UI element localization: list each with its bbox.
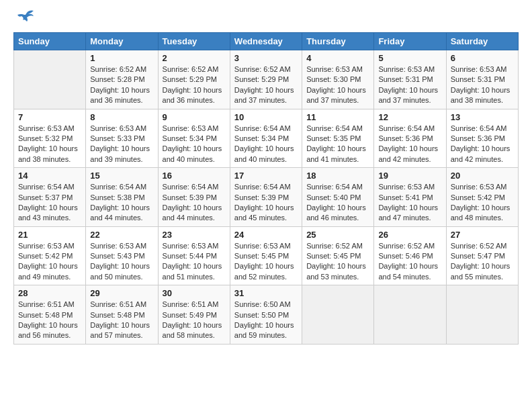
sunrise-label: Sunrise: 6:54 AM <box>451 124 507 132</box>
daylight-label: Daylight: 10 hours and 40 minutes. <box>163 144 222 163</box>
calendar-cell <box>446 285 518 345</box>
calendar-cell: 20 Sunrise: 6:53 AM Sunset: 5:42 PM Dayl… <box>446 168 518 227</box>
day-number: 10 <box>234 112 298 122</box>
daylight-label: Daylight: 10 hours and 56 minutes. <box>18 321 78 339</box>
sunrise-label: Sunrise: 6:54 AM <box>163 183 219 191</box>
daylight-label: Daylight: 10 hours and 46 minutes. <box>306 203 366 222</box>
cell-info: Sunrise: 6:52 AM Sunset: 5:45 PM Dayligh… <box>306 241 369 283</box>
sunset-label: Sunset: 5:31 PM <box>451 75 505 83</box>
day-number: 12 <box>378 112 441 122</box>
day-number: 30 <box>163 288 226 298</box>
daylight-label: Daylight: 10 hours and 57 minutes. <box>90 321 150 339</box>
calendar-cell: 4 Sunrise: 6:53 AM Sunset: 5:30 PM Dayli… <box>302 50 374 109</box>
sunrise-label: Sunrise: 6:53 AM <box>451 65 507 73</box>
sunrise-label: Sunrise: 6:52 AM <box>90 65 146 73</box>
sunrise-label: Sunrise: 6:50 AM <box>234 300 291 308</box>
sunrise-label: Sunrise: 6:53 AM <box>451 183 507 191</box>
calendar-cell: 25 Sunrise: 6:52 AM Sunset: 5:45 PM Dayl… <box>302 226 374 285</box>
cell-info: Sunrise: 6:53 AM Sunset: 5:31 PM Dayligh… <box>378 64 441 106</box>
cell-info: Sunrise: 6:53 AM Sunset: 5:32 PM Dayligh… <box>18 124 81 165</box>
calendar-cell: 8 Sunrise: 6:53 AM Sunset: 5:33 PM Dayli… <box>86 109 158 168</box>
sunrise-label: Sunrise: 6:54 AM <box>306 183 363 191</box>
day-number: 28 <box>18 288 81 298</box>
calendar-cell: 19 Sunrise: 6:53 AM Sunset: 5:41 PM Dayl… <box>374 168 446 227</box>
sunset-label: Sunset: 5:44 PM <box>163 252 217 260</box>
cell-info: Sunrise: 6:53 AM Sunset: 5:33 PM Dayligh… <box>90 124 153 165</box>
day-number: 29 <box>90 288 153 298</box>
week-row-5: 28 Sunrise: 6:51 AM Sunset: 5:48 PM Dayl… <box>14 285 519 345</box>
day-number: 16 <box>163 171 226 181</box>
cell-info: Sunrise: 6:53 AM Sunset: 5:45 PM Dayligh… <box>234 241 298 283</box>
sunrise-label: Sunrise: 6:54 AM <box>306 124 363 132</box>
calendar-cell: 27 Sunrise: 6:52 AM Sunset: 5:47 PM Dayl… <box>446 226 518 285</box>
day-number: 6 <box>451 53 514 63</box>
calendar-cell: 1 Sunrise: 6:52 AM Sunset: 5:28 PM Dayli… <box>86 50 158 109</box>
day-header-tuesday: Tuesday <box>158 33 230 50</box>
sunset-label: Sunset: 5:29 PM <box>234 75 289 83</box>
sunrise-label: Sunrise: 6:51 AM <box>163 300 219 308</box>
sunset-label: Sunset: 5:42 PM <box>451 193 505 201</box>
cell-info: Sunrise: 6:53 AM Sunset: 5:42 PM Dayligh… <box>451 182 514 224</box>
header-row: SundayMondayTuesdayWednesdayThursdayFrid… <box>14 33 519 50</box>
cell-info: Sunrise: 6:54 AM Sunset: 5:38 PM Dayligh… <box>90 182 153 224</box>
sunrise-label: Sunrise: 6:53 AM <box>234 242 291 250</box>
day-number: 2 <box>163 53 226 63</box>
day-header-wednesday: Wednesday <box>230 33 302 50</box>
daylight-label: Daylight: 10 hours and 42 minutes. <box>378 144 438 163</box>
day-number: 24 <box>234 230 298 240</box>
day-header-saturday: Saturday <box>446 33 518 50</box>
day-number: 22 <box>90 230 153 240</box>
day-number: 3 <box>234 53 298 63</box>
day-header-sunday: Sunday <box>14 33 86 50</box>
daylight-label: Daylight: 10 hours and 47 minutes. <box>378 203 438 222</box>
sunrise-label: Sunrise: 6:54 AM <box>18 183 75 191</box>
sunset-label: Sunset: 5:49 PM <box>163 311 217 319</box>
day-number: 23 <box>163 230 226 240</box>
daylight-label: Daylight: 10 hours and 43 minutes. <box>18 203 78 222</box>
calendar-cell: 18 Sunrise: 6:54 AM Sunset: 5:40 PM Dayl… <box>302 168 374 227</box>
cell-info: Sunrise: 6:53 AM Sunset: 5:44 PM Dayligh… <box>163 241 226 283</box>
sunrise-label: Sunrise: 6:53 AM <box>378 183 435 191</box>
sunset-label: Sunset: 5:45 PM <box>234 252 289 260</box>
calendar-cell <box>374 285 446 345</box>
calendar-cell: 11 Sunrise: 6:54 AM Sunset: 5:35 PM Dayl… <box>302 109 374 168</box>
daylight-label: Daylight: 10 hours and 58 minutes. <box>163 321 222 339</box>
cell-info: Sunrise: 6:53 AM Sunset: 5:43 PM Dayligh… <box>90 241 153 283</box>
cell-info: Sunrise: 6:54 AM Sunset: 5:34 PM Dayligh… <box>234 124 298 165</box>
day-number: 13 <box>451 112 514 122</box>
cell-info: Sunrise: 6:53 AM Sunset: 5:42 PM Dayligh… <box>18 241 81 283</box>
day-number: 26 <box>378 230 441 240</box>
sunset-label: Sunset: 5:36 PM <box>451 134 505 142</box>
cell-info: Sunrise: 6:50 AM Sunset: 5:50 PM Dayligh… <box>234 300 298 341</box>
calendar-cell: 15 Sunrise: 6:54 AM Sunset: 5:38 PM Dayl… <box>86 168 158 227</box>
logo <box>13 11 35 26</box>
sunrise-label: Sunrise: 6:51 AM <box>90 300 146 308</box>
cell-info: Sunrise: 6:52 AM Sunset: 5:29 PM Dayligh… <box>163 64 226 106</box>
daylight-label: Daylight: 10 hours and 42 minutes. <box>451 144 511 163</box>
day-number: 20 <box>451 171 514 181</box>
day-header-monday: Monday <box>86 33 158 50</box>
day-number: 18 <box>306 171 369 181</box>
daylight-label: Daylight: 10 hours and 50 minutes. <box>90 262 150 280</box>
cell-info: Sunrise: 6:54 AM Sunset: 5:36 PM Dayligh… <box>378 124 441 165</box>
sunrise-label: Sunrise: 6:53 AM <box>378 65 435 73</box>
week-row-2: 7 Sunrise: 6:53 AM Sunset: 5:32 PM Dayli… <box>14 109 519 168</box>
daylight-label: Daylight: 10 hours and 37 minutes. <box>306 86 366 104</box>
sunrise-label: Sunrise: 6:54 AM <box>234 183 291 191</box>
daylight-label: Daylight: 10 hours and 55 minutes. <box>451 262 511 280</box>
sunrise-label: Sunrise: 6:52 AM <box>306 242 363 250</box>
sunset-label: Sunset: 5:48 PM <box>18 311 73 319</box>
daylight-label: Daylight: 10 hours and 49 minutes. <box>18 262 78 280</box>
cell-info: Sunrise: 6:53 AM Sunset: 5:30 PM Dayligh… <box>306 64 369 106</box>
calendar-cell: 21 Sunrise: 6:53 AM Sunset: 5:42 PM Dayl… <box>14 226 86 285</box>
sunrise-label: Sunrise: 6:54 AM <box>378 124 435 132</box>
calendar-cell: 31 Sunrise: 6:50 AM Sunset: 5:50 PM Dayl… <box>230 285 302 345</box>
day-number: 11 <box>306 112 369 122</box>
daylight-label: Daylight: 10 hours and 44 minutes. <box>90 203 150 222</box>
sunset-label: Sunset: 5:34 PM <box>163 134 217 142</box>
calendar-cell: 10 Sunrise: 6:54 AM Sunset: 5:34 PM Dayl… <box>230 109 302 168</box>
day-number: 27 <box>451 230 514 240</box>
cell-info: Sunrise: 6:51 AM Sunset: 5:48 PM Dayligh… <box>90 300 153 341</box>
cell-info: Sunrise: 6:54 AM Sunset: 5:39 PM Dayligh… <box>234 182 298 224</box>
sunrise-label: Sunrise: 6:53 AM <box>90 124 146 132</box>
